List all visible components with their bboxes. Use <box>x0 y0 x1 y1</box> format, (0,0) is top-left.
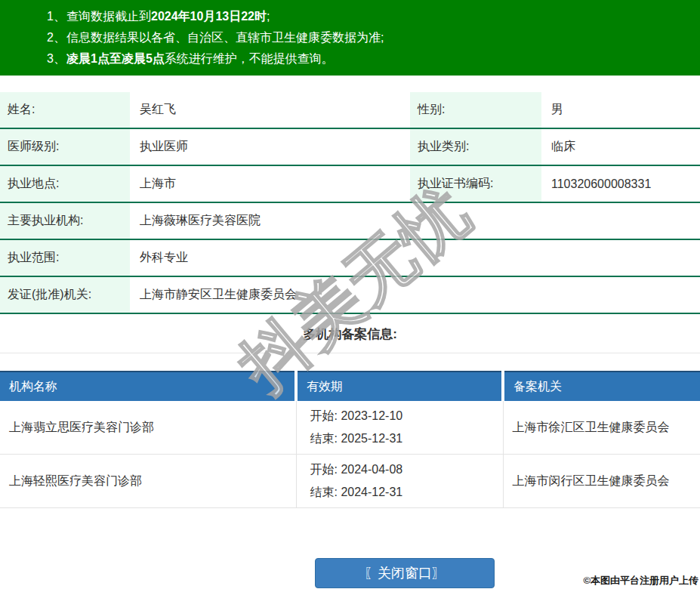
license-query-result-page: 1、查询数据截止到2024年10月13日22时; 2、信息数据结果以各省、自治区… <box>0 0 700 588</box>
validity-start: 开始: 2023-12-10 <box>310 405 503 427</box>
info-row-practice-scope: 执业范围: 外科专业 <box>0 239 700 276</box>
certificate-number-value: 110320600008331 <box>541 165 700 202</box>
org-table-row-2: 上海轻熙医疗美容门诊部 开始: 2024-04-08 结束: 2024-12-3… <box>0 455 700 508</box>
doctor-level-value: 执业医师 <box>130 128 410 165</box>
issuing-authority-value: 上海市静安区卫生健康委员会 <box>130 276 700 313</box>
info-row-issuing-authority: 发证(批准)机关: 上海市静安区卫生健康委员会 <box>0 276 700 313</box>
notice-item-1: 1、查询数据截止到2024年10月13日22时; <box>47 6 692 27</box>
name-label: 姓名: <box>0 92 130 128</box>
multi-org-section-title: 多机构备案信息: <box>0 326 700 343</box>
main-institution-value: 上海薇琳医疗美容医院 <box>130 202 700 239</box>
notice-banner: 1、查询数据截止到2024年10月13日22时; 2、信息数据结果以各省、自治区… <box>0 0 700 76</box>
gender-value: 男 <box>541 92 700 128</box>
notice-text-bold: 凌晨1点至凌晨5点 <box>66 52 165 65</box>
filing-authority-header: 备案机关 <box>503 372 700 401</box>
practitioner-info-table: 姓名: 吴红飞 性别: 男 医师级别: 执业医师 执业类别: 临床 执业地点: … <box>0 92 700 314</box>
notice-number: 1、 <box>47 6 66 27</box>
copyright-watermark: ©本图由平台注册用户上传 <box>583 574 698 587</box>
practice-location-label: 执业地点: <box>0 165 130 202</box>
validity-end: 结束: 2024-12-31 <box>310 481 503 504</box>
main-institution-label: 主要执业机构: <box>0 202 130 239</box>
multi-org-filing-table: 机构名称 有效期 备案机关 上海翡立思医疗美容门诊部 开始: 2023-12-1… <box>0 371 700 508</box>
issuing-authority-label: 发证(批准)机关: <box>0 276 130 313</box>
notice-text-bold: 2024年10月13日22时 <box>151 10 267 23</box>
org-filing-authority: 上海市闵行区卫生健康委员会 <box>503 455 700 508</box>
validity-start: 开始: 2024-04-08 <box>310 458 503 481</box>
org-name: 上海翡立思医疗美容门诊部 <box>0 401 296 455</box>
org-table-row-1: 上海翡立思医疗美容门诊部 开始: 2023-12-10 结束: 2025-12-… <box>0 401 700 455</box>
notice-text: 系统进行维护，不能提供查询。 <box>165 52 334 65</box>
org-name: 上海轻熙医疗美容门诊部 <box>0 455 296 508</box>
org-filing-authority: 上海市徐汇区卫生健康委员会 <box>503 401 700 455</box>
notice-number: 2、 <box>47 27 66 48</box>
validity-end: 结束: 2025-12-31 <box>310 427 503 450</box>
practice-category-value: 临床 <box>541 128 700 165</box>
name-value: 吴红飞 <box>130 92 410 128</box>
gender-label: 性别: <box>410 92 541 128</box>
section-divider <box>0 353 700 353</box>
info-row-level-category: 医师级别: 执业医师 执业类别: 临床 <box>0 128 700 165</box>
notice-text: ; <box>267 10 270 23</box>
notice-item-3: 3、凌晨1点至凌晨5点系统进行维护，不能提供查询。 <box>47 48 692 69</box>
notice-item-2: 2、信息数据结果以各省、自治区、直辖市卫生健康委数据为准; <box>47 27 692 48</box>
validity-header: 有效期 <box>296 372 503 401</box>
info-row-name-gender: 姓名: 吴红飞 性别: 男 <box>0 92 700 128</box>
notice-text: 查询数据截止到 <box>66 10 151 23</box>
close-window-button[interactable]: 〖关闭窗口〗 <box>315 558 495 588</box>
notice-text: 信息数据结果以各省、自治区、直辖市卫生健康委数据为准; <box>66 31 384 44</box>
practice-scope-label: 执业范围: <box>0 239 130 276</box>
info-row-location-certno: 执业地点: 上海市 执业证书编码: 110320600008331 <box>0 165 700 202</box>
org-validity: 开始: 2024-04-08 结束: 2024-12-31 <box>296 455 503 508</box>
practice-scope-value: 外科专业 <box>130 239 700 276</box>
certificate-number-label: 执业证书编码: <box>410 165 541 202</box>
notice-number: 3、 <box>47 48 66 69</box>
org-validity: 开始: 2023-12-10 结束: 2025-12-31 <box>296 401 503 455</box>
org-table-header-row: 机构名称 有效期 备案机关 <box>0 372 700 401</box>
org-name-header: 机构名称 <box>0 372 296 401</box>
info-row-main-institution: 主要执业机构: 上海薇琳医疗美容医院 <box>0 202 700 239</box>
practice-location-value: 上海市 <box>130 165 410 202</box>
doctor-level-label: 医师级别: <box>0 128 130 165</box>
practice-category-label: 执业类别: <box>410 128 541 165</box>
